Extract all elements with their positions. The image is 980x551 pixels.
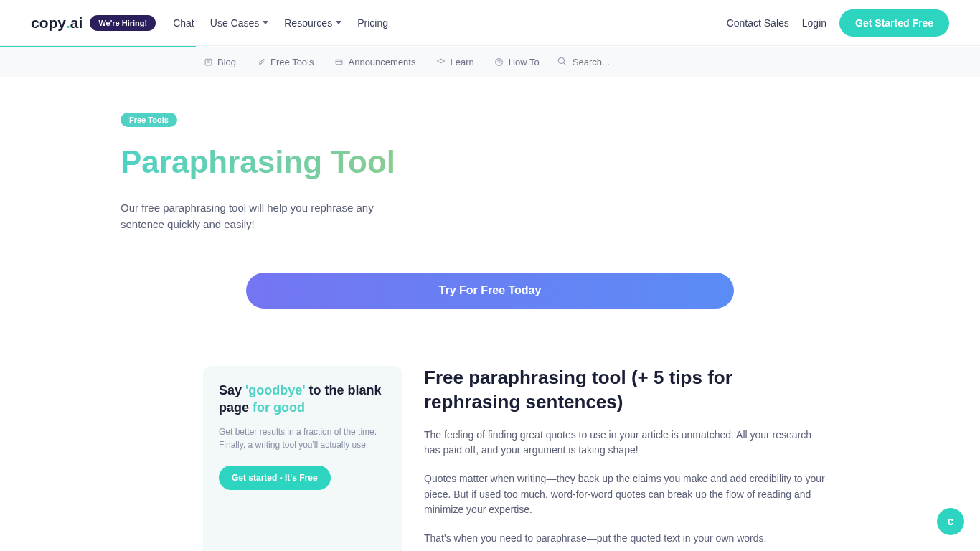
sub-navigation: Blog Free Tools Announcements Learn How … <box>0 47 980 77</box>
promo-card: Say 'goodbye' to the blank page for good… <box>203 366 402 551</box>
promo-title: Say 'goodbye' to the blank page for good <box>219 382 387 417</box>
nav-links: Chat Use Cases Resources Pricing <box>173 17 388 29</box>
search-wrap <box>540 56 920 69</box>
learn-icon <box>435 57 446 67</box>
howto-icon <box>494 57 504 67</box>
chevron-down-icon <box>263 21 268 24</box>
logo-text: copy <box>31 14 66 32</box>
svg-rect-3 <box>336 60 342 65</box>
logo-ai: ai <box>70 14 83 32</box>
subnav-item-announcements[interactable]: Announcements <box>334 57 416 67</box>
subnav-item-how-to[interactable]: How To <box>494 57 540 67</box>
nav-chat[interactable]: Chat <box>173 17 194 29</box>
contact-sales-link[interactable]: Contact Sales <box>727 17 789 29</box>
content: Free Tools Paraphrasing Tool Our free pa… <box>31 77 949 551</box>
header-right: Contact Sales Login Get Started Free <box>727 9 949 37</box>
svg-point-5 <box>496 59 503 66</box>
article-title: Free paraphrasing tool (+ 5 tips for rep… <box>424 366 826 415</box>
login-link[interactable]: Login <box>802 17 826 29</box>
promo-description: Get better results in a fraction of the … <box>219 425 387 451</box>
chevron-down-icon <box>336 21 341 24</box>
subnav-inner: Blog Free Tools Announcements Learn How … <box>31 56 949 69</box>
nav-label: Chat <box>173 17 194 29</box>
svg-line-7 <box>563 62 565 65</box>
get-started-button[interactable]: Get Started Free <box>839 9 949 37</box>
cta-wrap: Try For Free Today <box>60 273 920 352</box>
try-free-button[interactable]: Try For Free Today <box>246 273 734 309</box>
header-inner: copy.ai We're Hiring! Chat Use Cases Res… <box>31 9 949 37</box>
nav-label: Resources <box>284 17 332 29</box>
search-input[interactable] <box>573 57 920 67</box>
nav-label: Pricing <box>357 17 388 29</box>
logo[interactable]: copy.ai <box>31 14 83 32</box>
page-title: Paraphrasing Tool <box>121 144 920 180</box>
announce-icon <box>334 57 344 67</box>
promo-title-goodbye: 'goodbye' <box>245 383 306 397</box>
subnav-item-blog[interactable]: Blog <box>203 57 236 67</box>
subnav-item-free-tools[interactable]: Free Tools <box>256 57 314 67</box>
chat-float-button[interactable]: c <box>937 508 964 535</box>
tools-icon <box>256 57 266 67</box>
subnav-links: Blog Free Tools Announcements Learn How … <box>203 57 540 67</box>
page-description: Our free paraphrasing tool will help you… <box>121 200 393 232</box>
hero-section: Free Tools Paraphrasing Tool Our free pa… <box>60 77 920 273</box>
article-paragraph: Quotes matter when writing—they back up … <box>424 471 826 518</box>
main-section: Say 'goodbye' to the blank page for good… <box>60 352 920 551</box>
blog-icon <box>203 57 213 67</box>
category-tag[interactable]: Free Tools <box>121 113 177 127</box>
svg-point-6 <box>558 57 564 63</box>
nav-pricing[interactable]: Pricing <box>357 17 388 29</box>
promo-title-forgood: for good <box>253 400 305 415</box>
subnav-item-learn[interactable]: Learn <box>435 57 473 67</box>
subnav-label: Free Tools <box>270 57 314 67</box>
search-icon <box>557 56 567 69</box>
nav-use-cases[interactable]: Use Cases <box>210 17 268 29</box>
subnav-label: Announcements <box>349 57 416 67</box>
article-paragraph: That's when you need to paraphrase—put t… <box>424 531 826 547</box>
promo-title-pre: Say <box>219 383 245 397</box>
subnav-label: How To <box>509 57 540 67</box>
promo-button[interactable]: Get started - It's Free <box>219 466 331 490</box>
hiring-badge[interactable]: We're Hiring! <box>90 15 156 31</box>
subnav-label: Learn <box>450 57 473 67</box>
main-header: copy.ai We're Hiring! Chat Use Cases Res… <box>0 0 980 46</box>
subnav-label: Blog <box>217 57 236 67</box>
article-paragraph: The feeling of finding great quotes to u… <box>424 428 826 458</box>
nav-resources[interactable]: Resources <box>284 17 341 29</box>
article-body: Free paraphrasing tool (+ 5 tips for rep… <box>424 366 826 551</box>
nav-label: Use Cases <box>210 17 259 29</box>
